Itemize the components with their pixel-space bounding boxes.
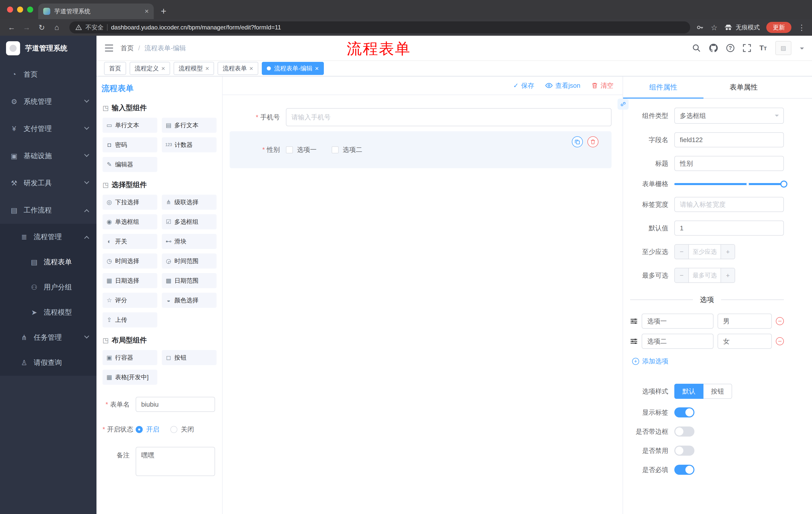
field-name-input[interactable] [674, 132, 784, 147]
tag-process-model[interactable]: 流程模型× [174, 62, 214, 75]
save-button[interactable]: ✓保存 [513, 81, 534, 90]
palette-component-item[interactable]: ◶ 时间范围 [162, 253, 216, 269]
style-default-button[interactable]: 默认 [674, 384, 703, 399]
palette-component-item[interactable]: ☆ 评分 [103, 293, 157, 308]
palette-component-item[interactable]: ▭ 单行文本 [103, 118, 157, 133]
show-label-switch[interactable] [674, 407, 694, 417]
border-switch[interactable] [674, 427, 694, 437]
plus-icon[interactable]: + [721, 268, 735, 282]
minus-icon[interactable]: − [675, 245, 689, 259]
component-type-select[interactable]: 多选框组 [674, 108, 784, 124]
palette-component-item[interactable]: ◉ 单选框组 [103, 214, 157, 229]
sidebar-item-workflow[interactable]: ▤ 工作流程 [0, 197, 96, 224]
palette-component-item[interactable]: ◘ 密码 [103, 137, 157, 153]
palette-component-item[interactable]: ▤ 多行文本 [162, 118, 216, 133]
phone-field-component[interactable]: 手机号 [230, 108, 611, 126]
gender-checkbox-component-selected[interactable]: 性别 选项一 选项二 [230, 131, 611, 168]
sidebar-item-process-management[interactable]: ≣ 流程管理 [0, 224, 96, 249]
remove-option-icon[interactable]: − [776, 317, 784, 325]
form-name-input[interactable] [136, 397, 215, 412]
option-value-input[interactable] [718, 314, 772, 329]
form-remark-input[interactable]: 嘿嘿 [136, 447, 215, 476]
form-grid-slider[interactable] [674, 183, 784, 185]
fullscreen-icon[interactable] [743, 44, 751, 52]
slider-handle[interactable] [780, 181, 787, 188]
option-label-input[interactable] [642, 334, 714, 349]
breadcrumb-home[interactable]: 首页 [121, 44, 134, 53]
home-button[interactable]: ⌂ [50, 23, 63, 32]
palette-component-item[interactable]: ⋔ 级联选择 [162, 195, 216, 210]
github-icon[interactable] [709, 44, 718, 52]
close-tab-icon[interactable]: × [145, 7, 149, 15]
close-tag-icon[interactable]: × [161, 65, 165, 72]
reload-button[interactable]: ↻ [35, 23, 48, 32]
required-switch[interactable] [674, 465, 694, 475]
delete-component-button[interactable] [587, 136, 599, 147]
plus-icon[interactable]: + [721, 245, 735, 259]
add-option-button[interactable]: + 添加选项 [632, 357, 668, 366]
browser-tab[interactable]: 芋道管理系统 × [38, 3, 154, 19]
copy-component-button[interactable] [572, 136, 583, 147]
radio-status-off[interactable]: 关闭 [170, 425, 194, 434]
palette-component-item[interactable]: ◎ 下拉选择 [103, 195, 157, 210]
minus-icon[interactable]: − [675, 268, 689, 282]
palette-component-item[interactable]: ⊷ 滑块 [162, 234, 216, 249]
sidebar-item-leave-query[interactable]: ♙ 请假查询 [0, 350, 96, 375]
palette-component-item[interactable]: 123 计数器 [162, 137, 216, 153]
checkbox-option-2[interactable]: 选项二 [331, 145, 362, 154]
palette-component-item[interactable]: ▣ 行容器 [103, 350, 157, 365]
sidebar-item-user-group[interactable]: ⚇ 用户分组 [0, 275, 96, 300]
palette-component-item[interactable]: ▦ 日期选择 [103, 273, 157, 288]
link-icon[interactable] [617, 99, 629, 110]
label-width-input[interactable] [674, 197, 784, 212]
tag-process-definition[interactable]: 流程定义× [129, 62, 170, 75]
disabled-switch[interactable] [674, 445, 694, 456]
tab-component-properties[interactable]: 组件属性 [623, 77, 703, 98]
sidebar-item-devtools[interactable]: ⚒ 研发工具 [0, 169, 96, 197]
close-tag-icon[interactable]: × [315, 65, 319, 72]
sidebar-item-infrastructure[interactable]: ▣ 基础设施 [0, 142, 96, 169]
palette-component-item[interactable]: ▩ 日期范围 [162, 273, 216, 288]
tab-form-properties[interactable]: 表单属性 [703, 77, 784, 98]
style-button-button[interactable]: 按钮 [703, 384, 732, 399]
sidebar-item-home[interactable]: ◔ 首页 [0, 61, 96, 88]
search-icon[interactable] [692, 44, 701, 52]
update-button[interactable]: 更新 [766, 22, 791, 33]
help-icon[interactable]: ? [726, 44, 734, 52]
tag-process-form-edit[interactable]: 流程表单-编辑× [262, 62, 324, 75]
hamburger-icon[interactable] [105, 44, 114, 52]
sidebar-item-process-form[interactable]: ▤ 流程表单 [0, 249, 96, 275]
palette-component-item[interactable]: ▦ 表格[开发中] [103, 370, 157, 385]
zoom-window-button[interactable] [27, 6, 33, 12]
checkbox-option-1[interactable]: 选项一 [286, 145, 317, 154]
security-warning-icon[interactable] [76, 24, 82, 31]
title-input[interactable] [674, 156, 784, 171]
option-label-input[interactable] [642, 314, 714, 329]
avatar-dropdown-caret-icon[interactable] [800, 48, 804, 52]
font-size-icon[interactable]: TT [759, 45, 767, 52]
drag-handle-icon[interactable] [630, 317, 638, 325]
password-key-icon[interactable] [696, 23, 704, 31]
new-tab-button[interactable]: + [161, 6, 166, 17]
tag-home[interactable]: 首页 [104, 62, 126, 75]
sidebar-item-system-management[interactable]: ⚙ 系统管理 [0, 88, 96, 115]
tag-process-form[interactable]: 流程表单× [218, 62, 258, 75]
palette-component-item[interactable]: ◐ 开关 [103, 234, 157, 249]
default-value-input[interactable] [674, 220, 784, 236]
remove-option-icon[interactable]: − [776, 337, 784, 345]
bookmark-star-icon[interactable]: ☆ [711, 23, 718, 32]
avatar[interactable]: ▨ [775, 41, 791, 55]
forward-button[interactable]: → [20, 23, 33, 32]
radio-status-on[interactable]: 开启 [136, 425, 159, 434]
drag-handle-icon[interactable] [630, 337, 638, 345]
clear-button[interactable]: 清空 [591, 81, 613, 90]
close-tag-icon[interactable]: × [205, 65, 209, 72]
palette-component-item[interactable]: ✎ 编辑器 [103, 157, 157, 172]
palette-component-item[interactable]: ◻ 按钮 [162, 350, 216, 365]
sidebar-item-task-management[interactable]: ⋔ 任务管理 [0, 325, 96, 350]
back-button[interactable]: ← [5, 23, 18, 32]
close-window-button[interactable] [7, 6, 13, 12]
option-value-input[interactable] [718, 334, 772, 349]
max-select-value[interactable]: 最多可选 [689, 268, 721, 282]
browser-menu-icon[interactable]: ⋮ [798, 23, 805, 32]
